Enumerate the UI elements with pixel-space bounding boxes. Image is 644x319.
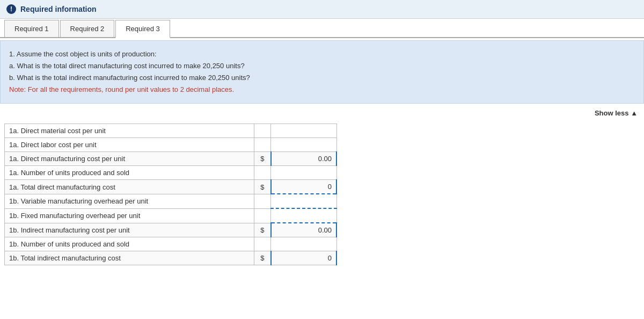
table-row: 1a. Direct labor cost per unit xyxy=(5,138,337,152)
table-row: 1b. Indirect manufacturing cost per unit… xyxy=(5,223,337,237)
tab-required-3[interactable]: Required 3 xyxy=(115,20,170,38)
question-box: 1. Assume the cost object is units of pr… xyxy=(0,40,644,104)
question-note: Note: For all the requirements, round pe… xyxy=(9,84,635,96)
required-info-title: Required information xyxy=(20,5,97,13)
value-cell[interactable] xyxy=(271,223,337,237)
value-cell[interactable] xyxy=(271,138,337,152)
value-cell[interactable] xyxy=(271,124,337,138)
row-label: 1b. Fixed manufacturing overhead per uni… xyxy=(5,208,254,223)
table-row: 1b. Variable manufacturing overhead per … xyxy=(5,194,337,208)
value-cell[interactable] xyxy=(271,194,337,208)
row-input[interactable] xyxy=(276,254,332,262)
row-label: 1b. Indirect manufacturing cost per unit xyxy=(5,223,254,237)
value-cell[interactable] xyxy=(271,166,337,180)
row-label: 1b. Number of units produced and sold xyxy=(5,237,254,251)
value-cell[interactable] xyxy=(271,208,337,223)
dollar-sign xyxy=(254,237,271,251)
row-input[interactable] xyxy=(275,240,332,248)
dollar-sign: $ xyxy=(254,251,271,265)
table-row: 1b. Number of units produced and sold xyxy=(5,237,337,251)
row-input[interactable] xyxy=(275,197,332,205)
dollar-sign: $ xyxy=(254,223,271,237)
row-input[interactable] xyxy=(275,141,332,149)
row-label: 1b. Total indirect manufacturing cost xyxy=(5,251,254,265)
row-label: 1a. Direct labor cost per unit xyxy=(5,138,254,152)
dollar-sign xyxy=(254,194,271,208)
question-line-1: 1. Assume the cost object is units of pr… xyxy=(9,48,635,60)
dollar-sign xyxy=(254,124,271,138)
dollar-sign xyxy=(254,138,271,152)
row-input[interactable] xyxy=(276,155,332,163)
row-label: 1a. Direct manufacturing cost per unit xyxy=(5,152,254,166)
row-label: 1a. Direct material cost per unit xyxy=(5,124,254,138)
dollar-sign: $ xyxy=(254,180,271,194)
row-input[interactable] xyxy=(275,169,332,177)
row-label: 1b. Variable manufacturing overhead per … xyxy=(5,194,254,208)
table-row: 1b. Fixed manufacturing overhead per uni… xyxy=(5,208,337,223)
tab-required-2[interactable]: Required 2 xyxy=(60,20,115,37)
row-input[interactable] xyxy=(275,127,332,135)
tabs-container: Required 1 Required 2 Required 3 xyxy=(0,20,644,38)
table-row: 1a. Direct material cost per unit xyxy=(5,124,337,138)
row-label: 1a. Total direct manufacturing cost xyxy=(5,180,254,194)
value-cell[interactable] xyxy=(271,251,337,265)
row-input[interactable] xyxy=(275,212,332,220)
dollar-sign xyxy=(254,166,271,180)
dollar-sign: $ xyxy=(254,152,271,166)
question-line-3: b. What is the total indirect manufactur… xyxy=(9,72,635,84)
info-icon: ! xyxy=(6,4,16,14)
table-row: 1a. Direct manufacturing cost per unit$ xyxy=(5,152,337,166)
question-line-2: a. What is the total direct manufacturin… xyxy=(9,60,635,72)
tab-required-1[interactable]: Required 1 xyxy=(4,20,59,37)
row-input[interactable] xyxy=(276,226,332,234)
row-label: 1a. Number of units produced and sold xyxy=(5,166,254,180)
row-input[interactable] xyxy=(276,183,332,191)
table-row: 1b. Total indirect manufacturing cost$ xyxy=(5,251,337,265)
value-cell[interactable] xyxy=(271,237,337,251)
dollar-sign xyxy=(254,208,271,223)
value-cell[interactable] xyxy=(271,180,337,194)
show-less-button[interactable]: Show less ▲ xyxy=(0,106,644,120)
table-row: 1a. Total direct manufacturing cost$ xyxy=(5,180,337,194)
value-cell[interactable] xyxy=(271,152,337,166)
table-row: 1a. Number of units produced and sold xyxy=(5,166,337,180)
required-info-bar: ! Required information xyxy=(0,0,644,19)
data-table: 1a. Direct material cost per unit1a. Dir… xyxy=(4,124,337,265)
